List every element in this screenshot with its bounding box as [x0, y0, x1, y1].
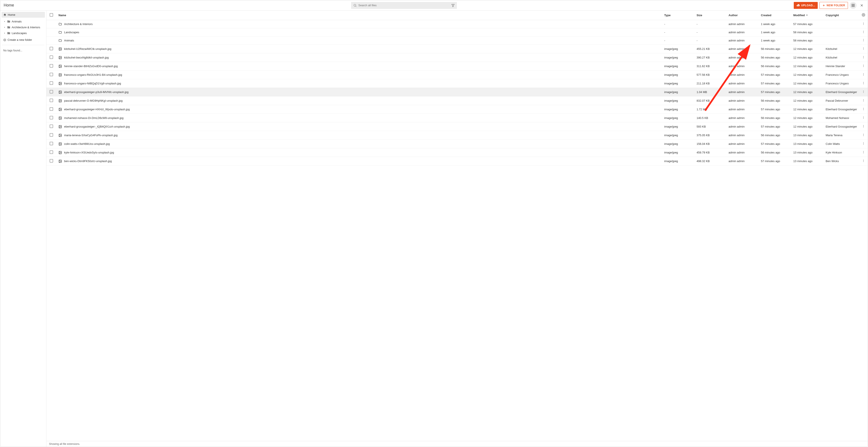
- more-actions-icon[interactable]: [862, 73, 865, 77]
- name-cell: francesco-ungaro-RkGUx3H1-B4-unsplash.jp…: [59, 73, 660, 77]
- col-select-all[interactable]: [46, 10, 56, 20]
- sidebar-item-folder[interactable]: Landscapes: [1, 30, 45, 36]
- table-row[interactable]: ben-wicks-Dtm9FK50sIU-unsplash.jpg image…: [46, 157, 868, 166]
- checkbox-icon[interactable]: [50, 116, 53, 119]
- table-row[interactable]: kitzbuhel-U2Reza4WCtk-unsplash.jpg image…: [46, 45, 868, 53]
- table-row[interactable]: Animals - - admin admin 1 week ago 58 mi…: [46, 36, 868, 45]
- sidebar-create-folder[interactable]: Create a new folder: [1, 37, 45, 43]
- cell-copyright: Maria Teneva: [824, 131, 859, 140]
- col-name[interactable]: Name: [56, 10, 662, 20]
- close-button[interactable]: [858, 2, 865, 9]
- more-actions-icon[interactable]: [862, 82, 865, 85]
- table-row[interactable]: kitzbuhel-bwcxNg8dkiI-unsplash.jpg image…: [46, 53, 868, 62]
- cell-modified: 13 minutes ago: [791, 131, 824, 140]
- col-copyright[interactable]: Copyright: [824, 10, 859, 20]
- more-actions-icon[interactable]: [862, 23, 865, 26]
- cell-type: -: [662, 28, 694, 36]
- table-row[interactable]: Architecture & Interiors - - admin admin…: [46, 20, 868, 28]
- col-size[interactable]: Size: [694, 10, 726, 20]
- table-row[interactable]: eberhard-grossgasteiger-p3u9-lMVNfc-unsp…: [46, 88, 868, 96]
- more-actions-icon[interactable]: [862, 160, 865, 163]
- svg-point-38: [863, 66, 864, 66]
- col-modified[interactable]: Modified: [791, 10, 824, 20]
- file-table-wrap[interactable]: Name Type Size Author Created Modified: [46, 10, 868, 441]
- cell-copyright: Colin Watts: [824, 140, 859, 148]
- table-row[interactable]: eberhard-grossgasteiger-_lQB4QlX1oA-unsp…: [46, 122, 868, 131]
- chevron-right-icon[interactable]: [3, 32, 6, 34]
- svg-point-83: [863, 143, 864, 144]
- more-actions-icon[interactable]: [862, 125, 865, 128]
- checkbox-icon[interactable]: [50, 99, 53, 102]
- cell-type: image/jpeg: [662, 96, 694, 105]
- col-type[interactable]: Type: [662, 10, 694, 20]
- checkbox-icon[interactable]: [50, 56, 53, 59]
- sidebar-item-folder[interactable]: Animals: [1, 19, 45, 24]
- checkbox-icon[interactable]: [50, 81, 53, 85]
- search-input[interactable]: [359, 4, 450, 7]
- svg-point-78: [863, 135, 864, 135]
- more-actions-icon[interactable]: [862, 108, 865, 111]
- checkbox-icon[interactable]: [50, 13, 53, 17]
- cell-author: admin admin: [726, 88, 759, 96]
- more-actions-icon[interactable]: [862, 56, 865, 59]
- table-row[interactable]: francesco-ungaro-RkGUx3H1-B4-unsplash.jp…: [46, 70, 868, 79]
- table-row[interactable]: colin-watts-r3wH8lliUxs-unsplash.jpg ima…: [46, 140, 868, 148]
- checkbox-icon[interactable]: [50, 142, 53, 145]
- more-actions-icon[interactable]: [862, 143, 865, 146]
- checkbox-icon[interactable]: [50, 159, 53, 162]
- table-row[interactable]: eberhard-grossgasteiger-HXHzI_Wjxdo-unsp…: [46, 105, 868, 114]
- checkbox-icon[interactable]: [50, 73, 53, 76]
- svg-point-62: [863, 108, 864, 108]
- gear-icon[interactable]: [862, 14, 865, 17]
- svg-point-27: [863, 48, 864, 48]
- checkbox-icon[interactable]: [50, 64, 53, 67]
- upload-button[interactable]: UPLOAD...: [794, 2, 818, 9]
- table-row[interactable]: maria-teneva-SXwCyG4FoPk-unsplash.jpg im…: [46, 131, 868, 140]
- table-row[interactable]: francesco-ungaro-NilBQqD1Vg8-unsplash.jp…: [46, 79, 868, 88]
- image-icon: [59, 73, 62, 77]
- more-actions-icon[interactable]: [862, 48, 865, 51]
- checkbox-icon[interactable]: [50, 150, 53, 154]
- sidebar-item-home[interactable]: Home: [1, 12, 45, 18]
- table-row[interactable]: mohamed-nohassi-Di-DmLD6cW8-unsplash.jpg…: [46, 114, 868, 122]
- more-actions-icon[interactable]: [862, 65, 865, 68]
- checkbox-icon[interactable]: [50, 47, 53, 50]
- cell-author: admin admin: [726, 62, 759, 70]
- name-cell: kitzbuhel-bwcxNg8dkiI-unsplash.jpg: [59, 56, 660, 59]
- more-actions-icon[interactable]: [862, 91, 865, 94]
- cell-created: 56 minutes ago: [759, 148, 791, 157]
- col-created[interactable]: Created: [759, 10, 791, 20]
- more-actions-icon[interactable]: [862, 31, 865, 34]
- name-cell: maria-teneva-SXwCyG4FoPk-unsplash.jpg: [59, 133, 660, 137]
- cell-type: image/jpeg: [662, 88, 694, 96]
- cell-created: 56 minutes ago: [759, 53, 791, 62]
- sidebar-item-folder[interactable]: Architecture & Interiors: [1, 24, 45, 30]
- cell-modified: 12 minutes ago: [791, 53, 824, 62]
- checkbox-icon[interactable]: [50, 124, 53, 128]
- chevron-right-icon[interactable]: [3, 21, 6, 23]
- svg-point-63: [863, 109, 864, 109]
- svg-point-82: [863, 143, 864, 143]
- more-actions-icon[interactable]: [862, 99, 865, 102]
- table-row[interactable]: kyle-hinkson-rXSUedxSyIs-unsplash.jpg im…: [46, 148, 868, 157]
- more-actions-icon[interactable]: [862, 134, 865, 137]
- more-actions-icon[interactable]: [862, 117, 865, 120]
- checkbox-icon[interactable]: [50, 133, 53, 137]
- file-name: Animals: [64, 39, 74, 42]
- table-row[interactable]: hennie-stander-BtHtZsGvdD0-unsplash.jpg …: [46, 62, 868, 70]
- more-actions-icon[interactable]: [862, 151, 865, 154]
- cell-copyright: Francesco Ungaro: [824, 79, 859, 88]
- chevron-right-icon[interactable]: [3, 26, 6, 28]
- filter-icon[interactable]: [451, 4, 455, 7]
- table-row[interactable]: Landscapes - - admin admin 1 week ago 58…: [46, 28, 868, 36]
- col-settings[interactable]: [859, 10, 868, 20]
- checkbox-icon[interactable]: [50, 107, 53, 111]
- table-row[interactable]: pascal-debrunner-O-MG9HpNKgI-unsplash.jp…: [46, 96, 868, 105]
- cloud-upload-icon: [796, 4, 800, 7]
- grid-view-button[interactable]: [850, 2, 857, 9]
- new-folder-button[interactable]: NEW FOLDER: [819, 2, 848, 9]
- col-author[interactable]: Author: [726, 10, 759, 20]
- checkbox-icon[interactable]: [50, 90, 53, 93]
- search-field[interactable]: [351, 2, 457, 9]
- more-actions-icon[interactable]: [862, 39, 865, 42]
